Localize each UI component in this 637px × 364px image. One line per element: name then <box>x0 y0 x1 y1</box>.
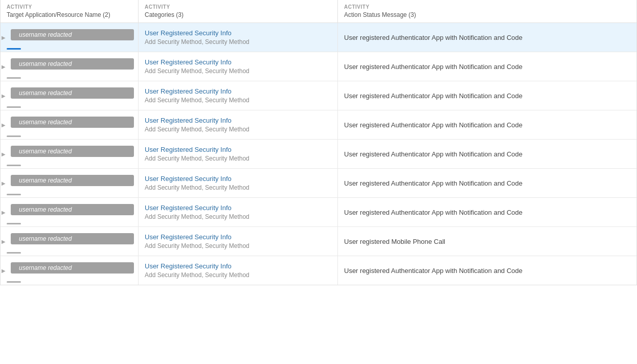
activity-subtitle-0: Add Security Method, Security Method <box>145 38 331 46</box>
expand-arrow-0[interactable]: ▶ <box>2 35 6 40</box>
status-cell-5: User registered Authenticator App with N… <box>338 169 636 197</box>
table-row[interactable]: ▶ username redacted User Registered Secu… <box>1 256 636 285</box>
progress-bar-1 <box>7 77 21 79</box>
username-badge-6: username redacted <box>11 204 134 215</box>
activity-subtitle-1: Add Security Method, Security Method <box>145 67 331 75</box>
activity-table: ACTIVITY Target Application/Resource Nam… <box>0 0 637 285</box>
table-row[interactable]: ▶ username redacted User Registered Secu… <box>1 140 636 169</box>
activity-cell-4: User Registered Security Info Add Securi… <box>139 140 338 168</box>
activity-title-0: User Registered Security Info <box>145 29 331 37</box>
table-body: ▶ username redacted User Registered Secu… <box>1 23 636 285</box>
table-row[interactable]: ▶ username redacted User Registered Secu… <box>1 110 636 140</box>
username-badge-5: username redacted <box>11 175 134 186</box>
progress-bar-container-8 <box>7 281 132 283</box>
activity-subtitle-5: Add Security Method, Security Method <box>145 184 331 191</box>
expand-arrow-7[interactable]: ▶ <box>2 239 6 244</box>
header-cell-0: ACTIVITY Target Application/Resource Nam… <box>1 0 139 22</box>
user-cell-8: ▶ username redacted <box>1 256 139 285</box>
progress-bar-container-0 <box>7 48 132 50</box>
progress-bar-container-5 <box>7 194 132 195</box>
progress-bar-container-6 <box>7 223 132 224</box>
table-row[interactable]: ▶ username redacted User Registered Secu… <box>1 169 636 198</box>
progress-bar-container-2 <box>7 106 132 108</box>
header-title-2: Action Status Message (3) <box>344 11 416 18</box>
progress-bar-6 <box>7 223 21 224</box>
activity-title-5: User Registered Security Info <box>145 175 331 183</box>
activity-cell-7: User Registered Security Info Add Securi… <box>139 227 338 256</box>
expand-arrow-8[interactable]: ▶ <box>2 268 6 274</box>
activity-title-4: User Registered Security Info <box>145 146 331 153</box>
progress-bar-5 <box>7 194 21 195</box>
status-cell-6: User registered Authenticator App with N… <box>338 198 636 226</box>
progress-bar-0 <box>7 48 21 50</box>
status-cell-3: User registered Authenticator App with N… <box>338 110 636 139</box>
activity-subtitle-7: Add Security Method, Security Method <box>145 242 331 249</box>
user-cell-4: ▶ username redacted <box>1 140 139 168</box>
status-message-8: User registered Authenticator App with N… <box>344 262 630 279</box>
activity-cell-2: User Registered Security Info Add Securi… <box>139 81 338 110</box>
username-badge-4: username redacted <box>11 146 134 157</box>
header-label-0: ACTIVITY <box>7 4 132 10</box>
header-title-0: Target Application/Resource Name (2) <box>7 11 110 18</box>
status-message-1: User registered Authenticator App with N… <box>344 58 630 75</box>
user-cell-5: ▶ username redacted <box>1 169 139 197</box>
activity-title-7: User Registered Security Info <box>145 233 331 241</box>
progress-bar-container-3 <box>7 135 132 137</box>
user-cell-7: ▶ username redacted <box>1 227 139 256</box>
user-cell-0: ▶ username redacted <box>1 23 139 52</box>
user-cell-1: ▶ username redacted <box>1 52 139 81</box>
expand-arrow-1[interactable]: ▶ <box>2 64 6 70</box>
expand-arrow-4[interactable]: ▶ <box>2 151 6 157</box>
table-row[interactable]: ▶ username redacted User Registered Secu… <box>1 81 636 110</box>
header-label-2: ACTIVITY <box>344 4 630 10</box>
status-message-5: User registered Authenticator App with N… <box>344 175 630 191</box>
header-label-1: ACTIVITY <box>145 4 331 10</box>
activity-title-6: User Registered Security Info <box>145 204 331 212</box>
activity-subtitle-6: Add Security Method, Security Method <box>145 213 331 220</box>
status-message-0: User registered Authenticator App with N… <box>344 29 630 46</box>
username-badge-2: username redacted <box>11 87 134 99</box>
activity-cell-3: User Registered Security Info Add Securi… <box>139 110 338 139</box>
table-row[interactable]: ▶ username redacted User Registered Secu… <box>1 23 636 52</box>
progress-bar-container-1 <box>7 77 132 79</box>
activity-subtitle-3: Add Security Method, Security Method <box>145 126 331 133</box>
status-cell-2: User registered Authenticator App with N… <box>338 81 636 110</box>
status-cell-4: User registered Authenticator App with N… <box>338 140 636 168</box>
username-badge-8: username redacted <box>11 262 134 274</box>
activity-subtitle-8: Add Security Method, Security Method <box>145 271 331 279</box>
status-message-6: User registered Authenticator App with N… <box>344 204 630 220</box>
table-row[interactable]: ▶ username redacted User Registered Secu… <box>1 227 636 256</box>
activity-title-2: User Registered Security Info <box>145 87 331 95</box>
status-cell-1: User registered Authenticator App with N… <box>338 52 636 81</box>
activity-cell-8: User Registered Security Info Add Securi… <box>139 256 338 285</box>
activity-cell-1: User Registered Security Info Add Securi… <box>139 52 338 81</box>
header-cell-2: ACTIVITY Action Status Message (3) <box>338 0 636 22</box>
activity-cell-6: User Registered Security Info Add Securi… <box>139 198 338 226</box>
expand-arrow-2[interactable]: ▶ <box>2 93 6 99</box>
activity-cell-5: User Registered Security Info Add Securi… <box>139 169 338 197</box>
progress-bar-7 <box>7 252 21 254</box>
progress-bar-container-4 <box>7 165 132 166</box>
status-message-7: User registered Mobile Phone Call <box>344 233 630 249</box>
progress-bar-2 <box>7 106 21 108</box>
table-row[interactable]: ▶ username redacted User Registered Secu… <box>1 198 636 227</box>
username-badge-1: username redacted <box>11 58 134 70</box>
user-cell-2: ▶ username redacted <box>1 81 139 110</box>
activity-title-3: User Registered Security Info <box>145 117 331 124</box>
status-message-3: User registered Authenticator App with N… <box>344 117 630 133</box>
expand-arrow-6[interactable]: ▶ <box>2 210 6 215</box>
header-cell-1: ACTIVITY Categories (3) <box>139 0 338 22</box>
username-badge-7: username redacted <box>11 233 134 244</box>
progress-bar-3 <box>7 135 21 137</box>
header-title-1: Categories (3) <box>145 11 184 18</box>
user-cell-3: ▶ username redacted <box>1 110 139 139</box>
status-cell-0: User registered Authenticator App with N… <box>338 23 636 52</box>
table-row[interactable]: ▶ username redacted User Registered Secu… <box>1 52 636 81</box>
status-message-2: User registered Authenticator App with N… <box>344 87 630 104</box>
expand-arrow-5[interactable]: ▶ <box>2 180 6 186</box>
status-cell-7: User registered Mobile Phone Call <box>338 227 636 256</box>
progress-bar-8 <box>7 281 21 283</box>
activity-cell-0: User Registered Security Info Add Securi… <box>139 23 338 52</box>
expand-arrow-3[interactable]: ▶ <box>2 122 6 128</box>
activity-title-1: User Registered Security Info <box>145 58 331 66</box>
